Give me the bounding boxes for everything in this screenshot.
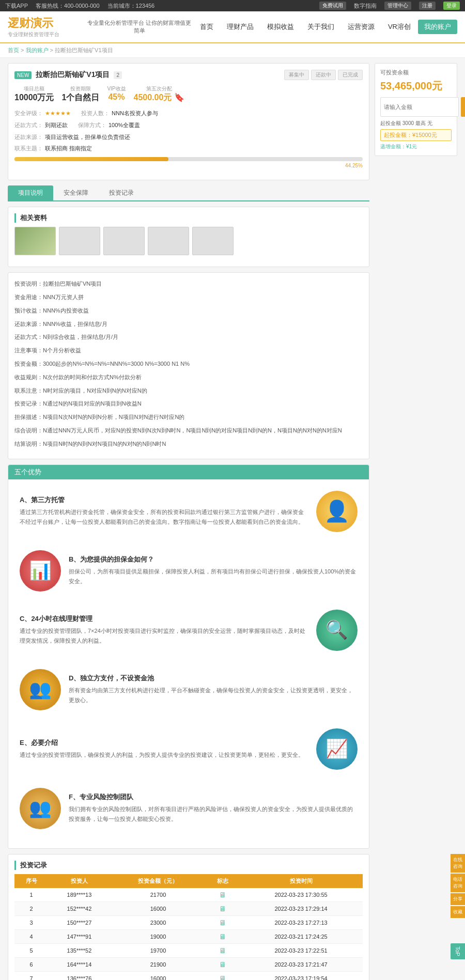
- to-top-button[interactable]: ToP: [451, 943, 465, 959]
- img-thumb-3[interactable]: [103, 227, 145, 255]
- stat-period-label: 投资期限: [62, 85, 100, 92]
- img-thumb-4[interactable]: [148, 227, 189, 255]
- cell-amount: 16000: [111, 901, 206, 915]
- detail-source: 还款来源： 项目运营收益，担保单位负责偿还: [14, 132, 130, 143]
- cell-investor: 147****91: [48, 929, 111, 943]
- register-btn[interactable]: 注册: [419, 2, 436, 10]
- invest-amount-input[interactable]: [380, 97, 459, 117]
- breadcrumb-account[interactable]: 我的账户: [26, 47, 49, 53]
- tab-description[interactable]: 项目说明: [8, 185, 53, 200]
- text-line-11: 担保描述：N项目N次N对N的N到N分析，N项目N对N进行N对应N的: [14, 412, 363, 423]
- cell-time: 2022-03-23 17:19:54: [239, 971, 363, 980]
- cell-investor: 150****27: [48, 915, 111, 929]
- project-details: 安全评级： ★★★★★ 投资人数： NNN名投资人参与 还款方式： 到期还款 保…: [14, 108, 363, 170]
- nav-about[interactable]: 关于我们: [301, 20, 340, 34]
- text-line-13: 结算说明：N项目N时N的N到N对N项目N的N对N的N到N时N: [14, 439, 363, 449]
- nav-vr[interactable]: VR溶创: [382, 20, 417, 34]
- header: 逻财演示 专业理财投资管理平台 专业量化分析管理平台 让你的财富增值更简单 首页…: [0, 11, 465, 43]
- side-btn-share[interactable]: 分享: [451, 893, 465, 905]
- flag-icon: 🖥: [219, 946, 226, 955]
- flag-icon: 🖥: [219, 919, 226, 927]
- side-btn-phone[interactable]: 电话咨询: [451, 874, 465, 892]
- invest-submit-btn[interactable]: 投资: [461, 97, 465, 117]
- advantage-b: B、为您提供的担保金如何？ 担保公司，为所有项目提供足额担保，保障投资人利益，所…: [14, 545, 363, 597]
- invest-min-amount: 起投金额：¥15000元: [380, 129, 452, 141]
- cell-flag: 🖥: [206, 901, 239, 915]
- adv-e-text: E、必要介绍 通过专业的投资管理团队，确保投资人的利益，为投资人提供专业的投资建…: [20, 738, 308, 760]
- breadcrumb: 首页 > 我的账户 > 拉断抬巴斯铀矿V1项目: [0, 43, 465, 58]
- status-collecting[interactable]: 募集中: [284, 70, 309, 80]
- side-btn-collect[interactable]: 收藏: [451, 906, 465, 918]
- new-badge: NEW: [14, 71, 32, 79]
- col-time: 投资时间: [239, 874, 363, 888]
- images-row: [14, 227, 363, 255]
- group-icon: 👥: [29, 679, 52, 700]
- breadcrumb-home[interactable]: 首页: [8, 47, 19, 53]
- invest-info: 起投金额 3000 最高 无: [380, 120, 452, 127]
- stat-vip-value: 45%: [107, 92, 126, 102]
- tab-records[interactable]: 投资记录: [99, 185, 144, 200]
- cell-flag: 🖥: [206, 929, 239, 943]
- img-thumb-1[interactable]: [14, 227, 56, 255]
- stat-vip-yield: VIP收益 45%: [107, 85, 126, 103]
- free-trial-btn[interactable]: 免费试用: [319, 2, 346, 10]
- phone-number: 客服热线：400-0000-000: [36, 2, 100, 10]
- nav-products[interactable]: 理财产品: [221, 20, 260, 34]
- cell-investor: 152****42: [48, 901, 111, 915]
- img-thumb-5[interactable]: [192, 227, 234, 255]
- stat-total-label: 项目总额: [14, 85, 54, 92]
- stat-dist-label: 第五次分配: [134, 85, 184, 92]
- adv-d-desc: 所有资金均由第三方支付机构进行处理，平台不触碰资金，确保每位投资人的资金安全，让…: [69, 686, 358, 705]
- status-finished[interactable]: 已完成: [338, 70, 363, 80]
- tab-security[interactable]: 安全保障: [53, 185, 99, 200]
- flag-icon: 🖥: [219, 891, 226, 899]
- adv-a-title: A、第三方托管: [20, 495, 308, 505]
- stat-distribution: 第五次分配 4500.00元 🔖: [134, 85, 184, 103]
- table-row: 6 164****14 21900 🖥 2022-03-23 17:21:47: [14, 957, 363, 971]
- progress-label: 44.25%: [14, 161, 363, 170]
- nav-operation[interactable]: 运营资源: [342, 20, 381, 34]
- text-line-1: 投资说明：拉断抬巴斯铀矿VN项目: [14, 279, 363, 289]
- stat-dist-value: 4500.00元 🔖: [134, 92, 184, 103]
- app-download[interactable]: 下载APP: [5, 2, 28, 10]
- cell-time: 2022-03-23 17:21:47: [239, 957, 363, 971]
- cell-id: 5: [14, 943, 48, 957]
- flag-icon: 🖥: [219, 932, 226, 941]
- advantage-f: F、专业风险控制团队 我们拥有专业的风险控制团队，对所有项目进行严格的风险评估，…: [14, 783, 363, 834]
- advantages-title: 五个优势: [8, 465, 369, 479]
- progress-bar-fill: [14, 157, 168, 161]
- table-header-row: 序号 投资人 投资金额（元） 标志 投资时间: [14, 874, 363, 888]
- side-buttons: 在线咨询 电话咨询 分享 收藏: [451, 854, 465, 918]
- side-btn-consult[interactable]: 在线咨询: [451, 854, 465, 873]
- status-repaying[interactable]: 还款中: [311, 70, 336, 80]
- detail-row-source: 还款来源： 项目运营收益，担保单位负责偿还: [14, 132, 363, 143]
- logo[interactable]: 逻财演示 专业理财投资管理平台: [8, 15, 85, 38]
- invest-steps: 递增金额：¥1元: [380, 143, 452, 150]
- cell-investor: 136****76: [48, 971, 111, 980]
- text-line-6: 注意事项：N个月分析收益: [14, 346, 363, 356]
- data-guide[interactable]: 数字指南: [354, 2, 377, 10]
- manage-center-btn[interactable]: 管理中心: [384, 2, 411, 10]
- nav-home[interactable]: 首页: [194, 20, 220, 34]
- main-content: NEW 拉断抬巴斯铀矿V1项目 2 募集中 还款中 已完成 项目总额 10000…: [0, 58, 465, 980]
- rating-stars: ★★★★★: [45, 108, 71, 119]
- cell-time: 2022-03-23 17:29:14: [239, 901, 363, 915]
- project-header: NEW 拉断抬巴斯铀矿V1项目 2 募集中 还款中 已完成: [14, 70, 363, 80]
- detail-repay: 还款方式： 到期还款: [14, 120, 68, 131]
- invest-records-section: 投资记录 序号 投资人 投资金额（元） 标志 投资时间 1 189****13 …: [8, 854, 369, 980]
- analytics-icon: 📈: [326, 738, 348, 759]
- cell-amount: 16000: [111, 971, 206, 980]
- login-btn[interactable]: 登录: [443, 2, 460, 10]
- stat-total-value: 10000万元: [14, 92, 54, 103]
- img-thumb-2[interactable]: [59, 227, 100, 255]
- adv-b-title: B、为您提供的担保金如何？: [69, 555, 358, 564]
- project-card: NEW 拉断抬巴斯铀矿V1项目 2 募集中 还款中 已完成 项目总额 10000…: [8, 63, 369, 180]
- advantage-c: C、24小时在线理财管理 通过专业的投资管理团队，7×24小时对投资项目进行实时…: [14, 604, 363, 656]
- adv-b-text: B、为您提供的担保金如何？ 担保公司，为所有项目提供足额担保，保障投资人利益，所…: [69, 555, 358, 586]
- table-row: 2 152****42 16000 🖥 2022-03-23 17:29:14: [14, 901, 363, 915]
- nav-myaccount[interactable]: 我的账户: [418, 20, 457, 34]
- table-row: 3 150****27 23000 🖥 2022-03-23 17:27:13: [14, 915, 363, 929]
- person-icon: 👤: [324, 499, 350, 523]
- cell-time: 2022-03-23 17:30:55: [239, 888, 363, 902]
- nav-simulate[interactable]: 模拟收益: [261, 20, 300, 34]
